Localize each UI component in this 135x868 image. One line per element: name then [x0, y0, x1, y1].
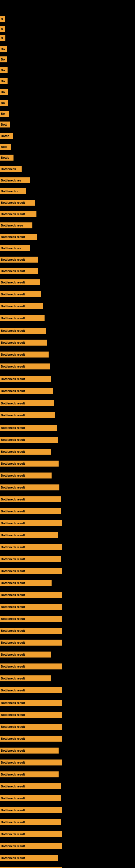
bar-label: Bo [0, 67, 8, 73]
bar-label: Bottleneck result [0, 771, 58, 777]
bar-row: Bottleneck result [0, 867, 62, 868]
bar-label: Bottleneck result [0, 783, 61, 789]
bar-label: Bott [0, 144, 11, 150]
bar-row: Bottleneck result [0, 712, 62, 718]
bar-row: Bottleneck result [0, 795, 61, 801]
bar-label: Bottleneck result [0, 496, 61, 502]
bar-label: Bottleneck result [0, 532, 58, 538]
bar-label: Bottle [0, 133, 13, 139]
bar-label: Bottleneck result [0, 544, 62, 550]
bar-label: Bottleneck result [0, 568, 62, 574]
bar-row: Bottleneck result [0, 388, 53, 394]
bar-label: Bottleneck result [0, 315, 45, 321]
bar-row: Bottleneck result [0, 604, 62, 610]
bar-label: Bottleneck r [0, 188, 26, 194]
bar-label: Bottleneck result [0, 485, 59, 490]
bar-row: Bottleneck result [0, 783, 61, 789]
bar-row: Bottleneck result [0, 412, 55, 418]
bar-label: Bottle [0, 155, 13, 161]
bar-row: Bottleneck result [0, 628, 62, 633]
bar-row: Bottleneck result [0, 472, 52, 478]
bar-row: Bottleneck result [0, 520, 62, 526]
bar-row: Bott [0, 144, 11, 150]
bar-row: Bottleneck result [0, 544, 62, 550]
bar-row: Bottleneck result [0, 687, 62, 693]
bar-row: Bottleneck result [0, 819, 61, 825]
bar-row: Bottleneck result [0, 640, 62, 646]
bar-label: Bo [0, 46, 7, 52]
bar-row: Bottleneck result [0, 268, 38, 274]
bar-label: Bottleneck result [0, 831, 62, 837]
bar-row: Bottleneck result [0, 760, 62, 766]
bar-label: Bottleneck result [0, 712, 62, 718]
bar-row: Bottleneck result [0, 485, 59, 490]
bar-row: Bottleneck result [0, 508, 61, 514]
bar-label: Bottleneck result [0, 279, 40, 285]
bar-row: Bottleneck res [0, 177, 30, 183]
bar-row: Bottleneck result [0, 700, 62, 706]
bar-label: Bottleneck result [0, 652, 51, 657]
bar-row: Bottleneck resu [0, 222, 32, 228]
bar-label: Bottleneck result [0, 628, 62, 633]
bar-row: Bottleneck result [0, 724, 62, 730]
bar-row: Bottleneck result [0, 807, 62, 813]
bar-label: Bottleneck result [0, 795, 61, 801]
bar-label: Bo [0, 89, 8, 95]
bar-row: Bottleneck result [0, 257, 38, 262]
bar-label: Bottleneck result [0, 604, 62, 610]
bar-row: Bo [0, 67, 8, 73]
bar-label: B [0, 26, 5, 32]
bar-label: Bottleneck result [0, 351, 49, 358]
bar-label: Bottleneck result [0, 616, 62, 622]
bar-label: Bottleneck result [0, 376, 51, 382]
bar-row: B [0, 26, 5, 32]
bar-label: Bottleneck res [0, 177, 30, 183]
bar-row: Bottleneck result [0, 315, 45, 321]
bar-row: Bo [0, 78, 8, 84]
bar-label: Bottleneck resu [0, 222, 32, 228]
bar-label: B [0, 16, 5, 22]
bar-row: Bottleneck result [0, 303, 43, 309]
bar-label: Bo [0, 111, 9, 117]
bar-row: Bottleneck result [0, 496, 61, 502]
bar-label: Bottleneck result [0, 592, 62, 598]
bar-row: Bottleneck result [0, 437, 58, 443]
bar-row: Bottleneck result [0, 211, 37, 217]
bar-label: Bottleneck result [0, 400, 54, 406]
bar-row: Bottleneck result [0, 351, 49, 358]
bar-label: Bottleneck result [0, 199, 35, 206]
bar-label: Bottleneck [0, 166, 21, 172]
bar-label: Bo [0, 78, 8, 84]
bar-row: Bottleneck result [0, 831, 62, 837]
bar-row: Bottleneck result [0, 568, 62, 574]
bar-label: Bottleneck result [0, 687, 62, 693]
bar-row: Bottleneck result [0, 556, 61, 562]
bar-label: Bottleneck result [0, 303, 43, 309]
bar-label: Bottleneck result [0, 760, 62, 766]
bar-row: Bo [0, 46, 7, 52]
bar-label: Bottleneck result [0, 819, 61, 825]
bar-row: Bottleneck result [0, 675, 51, 681]
bar-label: Bottleneck result [0, 675, 51, 681]
bar-label: Bo [0, 56, 7, 62]
bar-row: Bottleneck result [0, 400, 54, 406]
bar-row: Bottleneck result [0, 340, 47, 346]
bar-row: Bott [0, 122, 10, 127]
bar-row: Bottleneck [0, 166, 21, 172]
bar-label: Bottleneck result [0, 472, 52, 478]
bar-label: Bottleneck result [0, 234, 37, 240]
bar-row: Bottle [0, 133, 13, 139]
bar-label: Bott [0, 122, 10, 127]
bar-label: Bottleneck res [0, 245, 30, 251]
bar-label: Bottleneck result [0, 736, 62, 742]
bar-label: Bottleneck result [0, 748, 58, 753]
bar-row: Bottleneck result [0, 291, 41, 297]
bar-row: Bottleneck result [0, 425, 57, 431]
bar-label: Bottleneck result [0, 508, 61, 514]
bar-row: Bottleneck res [0, 245, 30, 251]
bar-row: Bottleneck result [0, 580, 52, 586]
bar-row: Bottleneck result [0, 448, 51, 455]
bar-row: Bottleneck result [0, 328, 46, 334]
bar-row: Bottleneck result [0, 663, 62, 670]
bar-row: Bottleneck result [0, 736, 62, 742]
